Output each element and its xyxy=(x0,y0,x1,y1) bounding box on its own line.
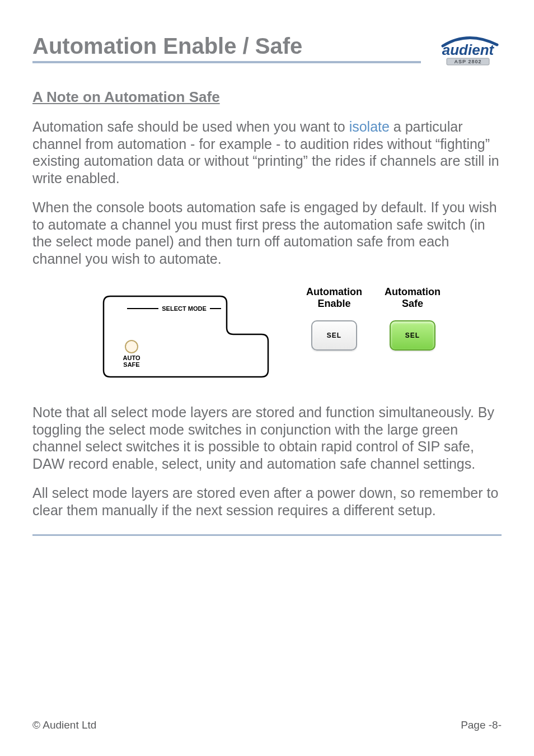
sel-button-enable[interactable]: SEL xyxy=(311,320,357,351)
logo-model-text: ASP 2802 xyxy=(455,59,482,64)
col2-title: Automation Safe xyxy=(385,286,441,309)
footer: © Audient Ltd Page -8- xyxy=(32,719,502,731)
para1-highlight: isolate xyxy=(349,119,390,134)
auto-safe-button[interactable] xyxy=(125,340,138,353)
paragraph-3: Note that all select mode layers are sto… xyxy=(32,404,502,472)
sel-button-safe[interactable]: SEL xyxy=(390,320,435,351)
header-row: Automation Enable / Safe audient ASP 280… xyxy=(32,34,502,69)
page-container: Automation Enable / Safe audient ASP 280… xyxy=(0,0,534,756)
automation-safe-col: Automation Safe SEL xyxy=(385,286,441,351)
select-mode-panel: SELECT MODE AUTO SAFE xyxy=(93,286,284,387)
button-label-line1: AUTO xyxy=(123,354,140,361)
bottom-divider xyxy=(32,534,502,536)
automation-enable-col: Automation Enable SEL xyxy=(306,286,362,351)
para1-pre: Automation safe should be used when you … xyxy=(32,119,349,134)
panel-label: SELECT MODE xyxy=(162,305,206,312)
diagram-row: SELECT MODE AUTO SAFE Automation Enable … xyxy=(32,286,502,387)
col1-title: Automation Enable xyxy=(306,286,362,309)
logo-brand-text: audient xyxy=(442,41,495,58)
button-label-line2: SAFE xyxy=(123,361,139,368)
paragraph-2: When the console boots automation safe i… xyxy=(32,199,502,267)
paragraph-1: Automation safe should be used when you … xyxy=(32,118,502,186)
brand-logo: audient ASP 2802 xyxy=(434,34,502,69)
section-heading: A Note on Automation Safe xyxy=(32,88,502,106)
paragraph-4: All select mode layers are stored even a… xyxy=(32,484,502,519)
footer-left: © Audient Ltd xyxy=(32,719,96,731)
page-title: Automation Enable / Safe xyxy=(32,34,421,63)
footer-right: Page -8- xyxy=(461,719,502,731)
